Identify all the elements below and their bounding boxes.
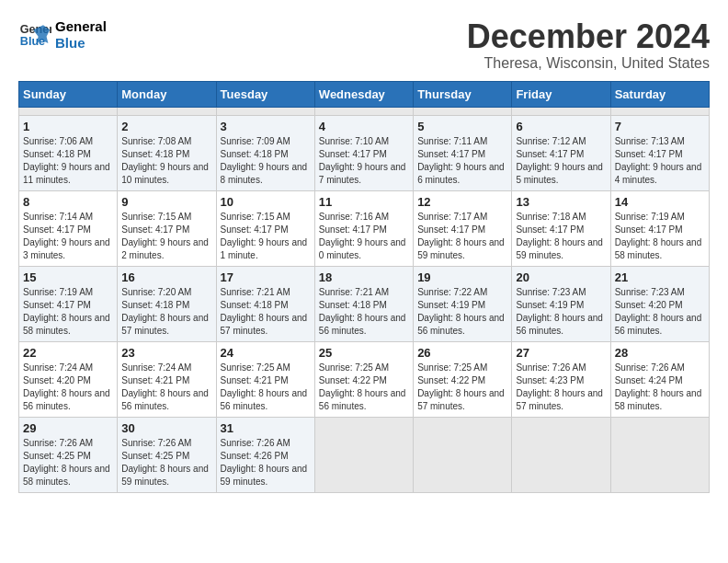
day-number: 10: [221, 195, 311, 209]
day-number: 22: [23, 346, 113, 360]
day-number: 12: [417, 195, 507, 209]
week-row-4: 22Sunrise: 7:24 AMSunset: 4:20 PMDayligh…: [19, 341, 710, 417]
calendar-cell: [414, 417, 512, 492]
calendar-cell: 23Sunrise: 7:24 AMSunset: 4:21 PMDayligh…: [118, 341, 216, 417]
day-number: 15: [23, 270, 113, 284]
day-number: 26: [417, 346, 507, 360]
calendar-cell: [610, 107, 709, 115]
day-info: Sunrise: 7:13 AMSunset: 4:17 PMDaylight:…: [615, 135, 705, 187]
calendar-cell: 8Sunrise: 7:14 AMSunset: 4:17 PMDaylight…: [19, 190, 118, 266]
header-day-tuesday: Tuesday: [216, 81, 314, 107]
day-number: 18: [319, 270, 409, 284]
header: General Blue General Blue December 2024 …: [18, 18, 710, 72]
calendar-cell: 1Sunrise: 7:06 AMSunset: 4:18 PMDaylight…: [19, 115, 118, 190]
week-row-0: [19, 107, 710, 115]
calendar-cell: 7Sunrise: 7:13 AMSunset: 4:17 PMDaylight…: [610, 115, 709, 190]
day-info: Sunrise: 7:16 AMSunset: 4:17 PMDaylight:…: [319, 211, 409, 262]
day-info: Sunrise: 7:22 AMSunset: 4:19 PMDaylight:…: [417, 286, 507, 338]
day-number: 25: [319, 346, 409, 360]
day-number: 16: [121, 270, 211, 284]
calendar-cell: 15Sunrise: 7:19 AMSunset: 4:17 PMDayligh…: [19, 266, 118, 341]
day-info: Sunrise: 7:10 AMSunset: 4:17 PMDaylight:…: [319, 135, 409, 187]
calendar-cell: 10Sunrise: 7:15 AMSunset: 4:17 PMDayligh…: [216, 190, 314, 266]
day-info: Sunrise: 7:25 AMSunset: 4:22 PMDaylight:…: [417, 362, 507, 413]
title-area: December 2024 Theresa, Wisconsin, United…: [467, 18, 710, 72]
month-title: December 2024: [467, 18, 710, 55]
week-row-2: 8Sunrise: 7:14 AMSunset: 4:17 PMDaylight…: [19, 190, 710, 266]
calendar-cell: 13Sunrise: 7:18 AMSunset: 4:17 PMDayligh…: [512, 190, 610, 266]
header-day-friday: Friday: [512, 81, 610, 107]
day-info: Sunrise: 7:09 AMSunset: 4:18 PMDaylight:…: [221, 135, 311, 187]
day-number: 6: [516, 120, 606, 133]
calendar-cell: 25Sunrise: 7:25 AMSunset: 4:22 PMDayligh…: [314, 341, 413, 417]
day-info: Sunrise: 7:25 AMSunset: 4:21 PMDaylight:…: [221, 362, 311, 413]
day-info: Sunrise: 7:26 AMSunset: 4:25 PMDaylight:…: [23, 437, 113, 488]
day-info: Sunrise: 7:21 AMSunset: 4:18 PMDaylight:…: [221, 286, 311, 338]
calendar-cell: 24Sunrise: 7:25 AMSunset: 4:21 PMDayligh…: [216, 341, 314, 417]
calendar-cell: 2Sunrise: 7:08 AMSunset: 4:18 PMDaylight…: [118, 115, 216, 190]
day-info: Sunrise: 7:14 AMSunset: 4:17 PMDaylight:…: [23, 211, 113, 262]
calendar-table: SundayMondayTuesdayWednesdayThursdayFrid…: [18, 81, 710, 493]
calendar-cell: 3Sunrise: 7:09 AMSunset: 4:18 PMDaylight…: [216, 115, 314, 190]
day-info: Sunrise: 7:25 AMSunset: 4:22 PMDaylight:…: [319, 362, 409, 413]
day-info: Sunrise: 7:26 AMSunset: 4:23 PMDaylight:…: [516, 362, 606, 413]
day-info: Sunrise: 7:08 AMSunset: 4:18 PMDaylight:…: [121, 135, 211, 187]
calendar-cell: 21Sunrise: 7:23 AMSunset: 4:20 PMDayligh…: [610, 266, 709, 341]
day-info: Sunrise: 7:15 AMSunset: 4:17 PMDaylight:…: [221, 211, 311, 262]
calendar-cell: 6Sunrise: 7:12 AMSunset: 4:17 PMDaylight…: [512, 115, 610, 190]
day-number: 20: [516, 270, 606, 284]
calendar-cell: 20Sunrise: 7:23 AMSunset: 4:19 PMDayligh…: [512, 266, 610, 341]
calendar-cell: 27Sunrise: 7:26 AMSunset: 4:23 PMDayligh…: [512, 341, 610, 417]
calendar-cell: 31Sunrise: 7:26 AMSunset: 4:26 PMDayligh…: [216, 417, 314, 492]
day-info: Sunrise: 7:21 AMSunset: 4:18 PMDaylight:…: [319, 286, 409, 338]
calendar-cell: 4Sunrise: 7:10 AMSunset: 4:17 PMDaylight…: [314, 115, 413, 190]
day-info: Sunrise: 7:23 AMSunset: 4:20 PMDaylight:…: [615, 286, 705, 338]
calendar-cell: 22Sunrise: 7:24 AMSunset: 4:20 PMDayligh…: [19, 341, 118, 417]
day-number: 31: [221, 421, 311, 435]
day-number: 3: [221, 120, 311, 133]
day-number: 13: [516, 195, 606, 209]
calendar-cell: [512, 107, 610, 115]
day-info: Sunrise: 7:19 AMSunset: 4:17 PMDaylight:…: [23, 286, 113, 338]
day-info: Sunrise: 7:12 AMSunset: 4:17 PMDaylight:…: [516, 135, 606, 187]
header-row: SundayMondayTuesdayWednesdayThursdayFrid…: [19, 81, 710, 107]
day-number: 2: [121, 120, 211, 133]
day-info: Sunrise: 7:26 AMSunset: 4:24 PMDaylight:…: [615, 362, 705, 413]
day-number: 21: [615, 270, 705, 284]
day-number: 9: [121, 195, 211, 209]
day-number: 24: [221, 346, 311, 360]
calendar-cell: 11Sunrise: 7:16 AMSunset: 4:17 PMDayligh…: [314, 190, 413, 266]
day-number: 19: [417, 270, 507, 284]
logo-icon: General Blue: [18, 18, 51, 52]
day-number: 7: [615, 120, 705, 133]
logo-text: General Blue: [55, 18, 107, 52]
day-info: Sunrise: 7:24 AMSunset: 4:20 PMDaylight:…: [23, 362, 113, 413]
calendar-cell: 16Sunrise: 7:20 AMSunset: 4:18 PMDayligh…: [118, 266, 216, 341]
day-info: Sunrise: 7:26 AMSunset: 4:26 PMDaylight:…: [221, 437, 311, 488]
day-info: Sunrise: 7:11 AMSunset: 4:17 PMDaylight:…: [417, 135, 507, 187]
day-number: 4: [319, 120, 409, 133]
header-day-monday: Monday: [118, 81, 216, 107]
day-number: 14: [615, 195, 705, 209]
day-number: 27: [516, 346, 606, 360]
calendar-cell: 28Sunrise: 7:26 AMSunset: 4:24 PMDayligh…: [610, 341, 709, 417]
calendar-cell: 17Sunrise: 7:21 AMSunset: 4:18 PMDayligh…: [216, 266, 314, 341]
day-info: Sunrise: 7:19 AMSunset: 4:17 PMDaylight:…: [615, 211, 705, 262]
calendar-cell: 5Sunrise: 7:11 AMSunset: 4:17 PMDaylight…: [414, 115, 512, 190]
day-info: Sunrise: 7:26 AMSunset: 4:25 PMDaylight:…: [121, 437, 211, 488]
header-day-sunday: Sunday: [19, 81, 118, 107]
calendar-cell: 26Sunrise: 7:25 AMSunset: 4:22 PMDayligh…: [414, 341, 512, 417]
location-title: Theresa, Wisconsin, United States: [467, 55, 710, 72]
calendar-cell: 14Sunrise: 7:19 AMSunset: 4:17 PMDayligh…: [610, 190, 709, 266]
header-day-saturday: Saturday: [610, 81, 709, 107]
week-row-1: 1Sunrise: 7:06 AMSunset: 4:18 PMDaylight…: [19, 115, 710, 190]
day-number: 23: [121, 346, 211, 360]
calendar-cell: [314, 107, 413, 115]
day-info: Sunrise: 7:24 AMSunset: 4:21 PMDaylight:…: [121, 362, 211, 413]
day-number: 28: [615, 346, 705, 360]
calendar-cell: [118, 107, 216, 115]
calendar-cell: [610, 417, 709, 492]
calendar-cell: 12Sunrise: 7:17 AMSunset: 4:17 PMDayligh…: [414, 190, 512, 266]
day-number: 30: [121, 421, 211, 435]
day-number: 5: [417, 120, 507, 133]
